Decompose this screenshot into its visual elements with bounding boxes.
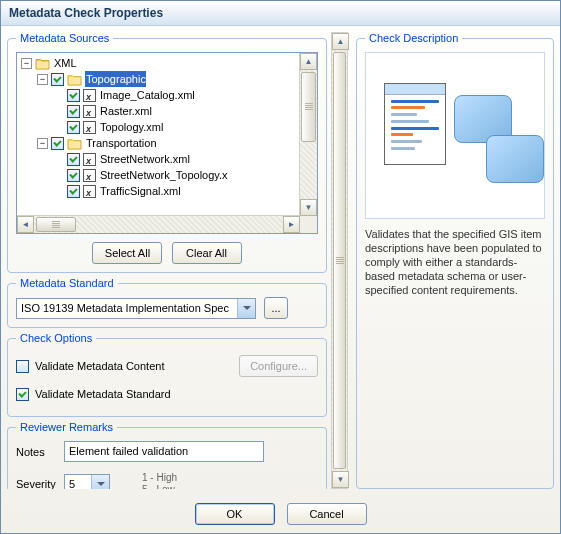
combo-value: ISO 19139 Metadata Implementation Spec [17,302,237,314]
xml-file-icon [83,105,96,118]
combo-value: 5 [65,478,91,489]
metadata-sources-legend: Metadata Sources [16,32,113,44]
tree-node-file[interactable]: StreetNetwork.xml [53,151,315,167]
metadata-standard-browse-button[interactable]: ... [264,297,288,319]
severity-scale: 1 - High 5 - Low [142,472,177,489]
metadata-sources-group: Metadata Sources − XML [7,32,327,273]
validate-standard-option[interactable]: Validate Metadata Standard [16,384,318,404]
checkbox[interactable] [16,388,29,401]
folder-icon [35,57,50,70]
metadata-standard-combo[interactable]: ISO 19139 Metadata Implementation Spec [16,298,256,319]
sources-button-row: Select All Clear All [16,242,318,264]
folder-icon [67,137,82,150]
cancel-button[interactable]: Cancel [287,503,367,525]
collapse-icon[interactable]: − [37,138,48,149]
folder-icon [67,73,82,86]
chevron-down-icon[interactable] [91,475,109,490]
scroll-left-icon[interactable]: ◄ [17,216,34,233]
collapse-icon[interactable]: − [37,74,48,85]
xml-file-icon [83,169,96,182]
scroll-right-icon[interactable]: ► [283,216,300,233]
window-title: Metadata Check Properties [9,6,163,20]
xml-file-icon [83,153,96,166]
check-description-illustration [365,52,545,219]
chevron-down-icon[interactable] [237,299,255,318]
checkbox[interactable] [67,89,80,102]
ok-button[interactable]: OK [195,503,275,525]
check-description-text: Validates that the specified GIS item de… [365,227,545,297]
option-label: Validate Metadata Standard [35,388,171,400]
xml-file-icon [83,121,96,134]
scroll-track[interactable] [332,50,347,471]
scroll-up-icon[interactable]: ▲ [332,33,349,50]
severity-low-label: 5 - Low [142,484,177,489]
tree-node-file[interactable]: Raster.xml [53,103,315,119]
severity-label: Severity [16,478,64,489]
tree-node-file[interactable]: TrafficSignal.xml [53,183,315,199]
scroll-down-icon[interactable]: ▼ [300,199,317,216]
checkbox[interactable] [67,153,80,166]
collapse-icon[interactable]: − [21,58,32,69]
tree-vscrollbar[interactable]: ▲ ▼ [299,53,317,216]
notes-input[interactable]: Element failed validation [64,441,264,462]
severity-combo[interactable]: 5 [64,474,110,490]
checkbox[interactable] [51,137,64,150]
tree-label: Topographic [85,71,146,87]
clear-all-button[interactable]: Clear All [172,242,242,264]
tree-hscrollbar[interactable]: ◄ ► [17,215,300,233]
check-description-legend: Check Description [365,32,462,44]
scroll-track[interactable] [300,70,317,199]
scroll-thumb[interactable] [301,72,316,142]
tree-label: TrafficSignal.xml [99,183,181,199]
checkbox[interactable] [67,121,80,134]
scroll-down-icon[interactable]: ▼ [332,471,349,488]
checkbox[interactable] [51,73,64,86]
reviewer-remarks-legend: Reviewer Remarks [16,421,117,433]
right-column: Check Description [356,32,554,489]
checkbox[interactable] [67,105,80,118]
select-all-button[interactable]: Select All [92,242,162,264]
scroll-track[interactable] [34,216,283,233]
tree-node-folder[interactable]: − Topographic [37,71,315,87]
option-label: Validate Metadata Content [35,360,164,372]
tree-node-file[interactable]: Image_Catalog.xml [53,87,315,103]
tree-node-root[interactable]: − XML [21,55,315,71]
tree-label: Raster.xml [99,103,152,119]
title-bar: Metadata Check Properties [1,1,560,26]
left-column: Metadata Sources − XML [7,32,327,489]
notes-label: Notes [16,446,64,458]
tree-label: Image_Catalog.xml [99,87,195,103]
check-description-group: Check Description [356,32,554,489]
tree-node-file[interactable]: StreetNetwork_Topology.x [53,167,315,183]
check-options-group: Check Options Validate Metadata Content … [7,332,327,417]
configure-button: Configure... [239,355,318,377]
document-icon [384,83,446,165]
tree-label: StreetNetwork_Topology.x [99,167,228,183]
scroll-thumb[interactable] [36,217,76,232]
xml-file-icon [83,185,96,198]
tree-label: StreetNetwork.xml [99,151,190,167]
tree-label: Topology.xml [99,119,163,135]
metadata-standard-legend: Metadata Standard [16,277,118,289]
sources-tree[interactable]: − XML − [17,53,317,201]
scroll-up-icon[interactable]: ▲ [300,53,317,70]
checkbox[interactable] [67,169,80,182]
dialog-footer: OK Cancel [1,495,560,533]
tree-label: Transportation [85,135,157,151]
check-options-legend: Check Options [16,332,96,344]
content-area: Metadata Sources − XML [1,26,560,495]
validate-content-option[interactable]: Validate Metadata Content [16,356,164,376]
tree-label: XML [53,55,77,71]
tree-node-folder[interactable]: − Transportation [37,135,315,151]
panel-vscrollbar[interactable]: ▲ ▼ [331,32,348,489]
checkbox[interactable] [16,360,29,373]
sources-tree-box: − XML − [16,52,318,234]
reviewer-remarks-group: Reviewer Remarks Notes Element failed va… [7,421,327,489]
xml-file-icon [83,89,96,102]
checkbox[interactable] [67,185,80,198]
dataset-icon [486,135,544,183]
dialog-window: Metadata Check Properties Metadata Sourc… [0,0,561,534]
scroll-thumb[interactable] [333,52,346,469]
severity-high-label: 1 - High [142,472,177,484]
tree-node-file[interactable]: Topology.xml [53,119,315,135]
